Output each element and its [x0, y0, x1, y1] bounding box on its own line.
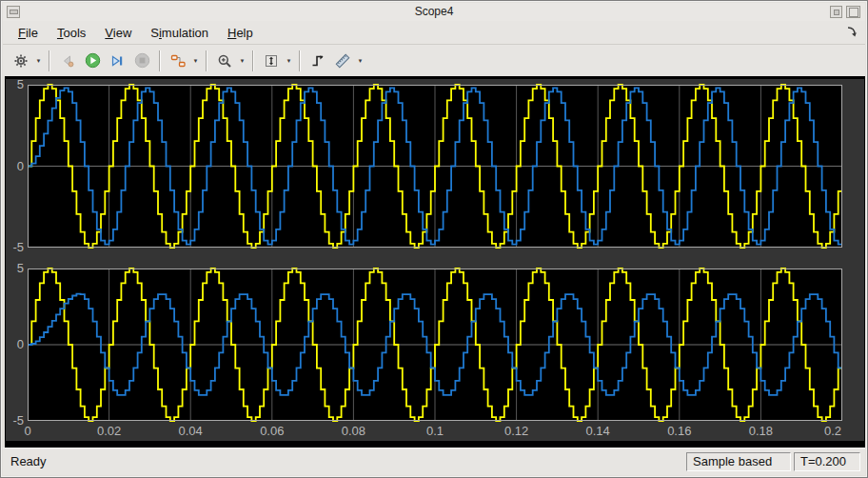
toolbar-separator [299, 50, 301, 71]
menu-file[interactable]: File [9, 23, 48, 43]
toolbar-separator [206, 50, 207, 71]
scope-plot-top[interactable] [28, 85, 842, 248]
magnifier-icon [217, 53, 232, 69]
x-tick-label: 0.14 [577, 424, 619, 439]
highlight-block-button[interactable] [166, 49, 190, 73]
y-tick-label: -5 [5, 240, 24, 255]
step-forward-button[interactable] [105, 49, 129, 73]
x-tick-label: 0.12 [496, 424, 538, 439]
x-tick-label: 0.08 [332, 424, 374, 439]
cursor-measurements-button[interactable] [330, 49, 355, 73]
status-bar: Ready Sample based T=0.200 [3, 448, 865, 475]
minimize-icon [834, 10, 839, 15]
step-back-icon [60, 53, 75, 69]
ruler-icon [334, 52, 351, 70]
autoscale-dropdown-caret[interactable]: ▼ [284, 50, 294, 72]
step-forward-icon [109, 53, 125, 69]
menu-simulation[interactable]: Simulation [141, 23, 218, 43]
x-tick-label: 0.04 [169, 424, 211, 439]
toolbar-separator [159, 50, 161, 71]
x-tick-label: 0.16 [659, 424, 700, 439]
dock-scope-icon[interactable] [846, 27, 858, 38]
menu-bar: FileToolsViewSimulationHelp [3, 21, 865, 45]
zoom-dropdown-caret[interactable]: ▼ [237, 50, 247, 72]
x-tick-label: 0.18 [740, 424, 781, 439]
x-tick-label: 0.1 [414, 424, 456, 439]
status-sample-mode: Sample based [686, 452, 791, 471]
highlight-block-icon [170, 53, 186, 69]
title-bar[interactable]: Scope4 [3, 3, 865, 22]
triggers-button[interactable] [306, 49, 330, 73]
y-tick-label: 5 [5, 261, 24, 276]
x-tick-label: 0.2 [812, 424, 854, 439]
stop-icon [134, 52, 150, 69]
gear-icon [13, 53, 29, 69]
y-tick-label: 0 [5, 159, 24, 174]
highlight-block-dropdown-caret[interactable]: ▼ [190, 50, 201, 72]
scope-window: Scope4 FileToolsViewSimulationHelp ▼ [0, 0, 868, 478]
menu-view[interactable]: View [95, 23, 141, 43]
cursor-measurements-dropdown-caret[interactable]: ▼ [355, 50, 365, 72]
step-back-button[interactable] [55, 49, 80, 73]
x-tick-label: 0.06 [251, 424, 293, 439]
autoscale-button[interactable] [259, 49, 284, 73]
y-tick-label: 0 [5, 337, 24, 352]
x-tick-label: 0 [7, 424, 49, 439]
scope-plot-bottom[interactable] [28, 269, 842, 421]
y-tick-label: 5 [5, 77, 24, 92]
maximize-button[interactable] [846, 6, 860, 18]
zoom-button[interactable] [212, 49, 237, 73]
maximize-icon [849, 8, 858, 17]
settings-button[interactable] [9, 49, 33, 73]
toolbar-separator [49, 50, 50, 71]
menu-tools[interactable]: Tools [48, 23, 95, 43]
toolbar: ▼ [3, 45, 865, 76]
status-ready: Ready [10, 454, 47, 468]
window-title: Scope4 [3, 5, 865, 18]
trigger-icon [310, 53, 326, 69]
scope-canvas: 50-550-500.020.040.060.080.10.120.140.16… [5, 76, 865, 448]
autoscale-icon [264, 53, 279, 69]
menu-help[interactable]: Help [218, 23, 263, 43]
x-tick-label: 0.02 [89, 424, 130, 439]
stop-button[interactable] [129, 49, 154, 73]
settings-dropdown-caret[interactable]: ▼ [33, 50, 44, 72]
minimize-button[interactable] [830, 6, 842, 18]
status-sim-time: T=0.200 [794, 452, 860, 471]
toolbar-separator [252, 50, 254, 71]
run-button[interactable] [80, 49, 105, 73]
run-icon [85, 52, 101, 69]
